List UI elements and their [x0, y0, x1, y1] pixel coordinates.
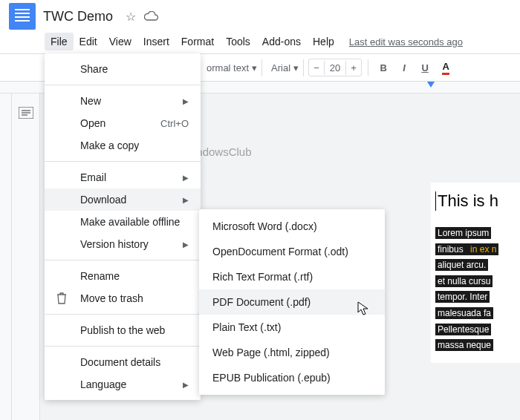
menu-item-share[interactable]: Share [45, 58, 201, 80]
download-html[interactable]: Web Page (.html, zipped) [199, 340, 385, 365]
menu-tools[interactable]: Tools [220, 33, 256, 50]
last-edit-link[interactable]: Last edit was seconds ago [349, 36, 463, 47]
underline-button[interactable]: U [416, 59, 434, 76]
document-title[interactable]: TWC Demo [43, 9, 113, 24]
menu-item-version-history[interactable]: Version history▶ [45, 233, 201, 255]
paragraph-style-label: ormal text [207, 62, 249, 73]
menu-item-offline[interactable]: Make available offline [45, 211, 201, 233]
menu-item-language[interactable]: Language▶ [45, 373, 201, 396]
submenu-arrow-icon: ▶ [183, 174, 189, 182]
menu-item-make-copy[interactable]: Make a copy [45, 134, 201, 157]
download-submenu: Microsoft Word (.docx) OpenDocument Form… [199, 209, 385, 395]
menu-item-download[interactable]: Download▶ [45, 188, 201, 211]
chevron-down-icon: ▾ [293, 62, 299, 73]
vertical-ruler[interactable] [0, 93, 12, 420]
download-txt[interactable]: Plain Text (.txt) [199, 315, 385, 340]
font-size-increase[interactable]: + [346, 59, 361, 76]
font-dropdown[interactable]: Arial ▾ [267, 59, 304, 76]
menubar: File Edit View Insert Format Tools Add-o… [0, 33, 520, 53]
paragraph-style-dropdown[interactable]: ormal text ▾ [202, 59, 262, 76]
page-body-text: Lorem ipsumfinibus in ex naliquet arcu.e… [435, 226, 520, 354]
file-menu-dropdown: Share New▶ OpenCtrl+O Make a copy Email▶… [45, 53, 201, 400]
menu-format[interactable]: Format [175, 33, 220, 50]
text-color-button[interactable]: A [437, 59, 455, 76]
cloud-icon[interactable] [144, 9, 159, 24]
menu-item-open[interactable]: OpenCtrl+O [45, 112, 201, 134]
submenu-arrow-icon: ▶ [183, 97, 189, 105]
page: This is h Lorem ipsumfinibus in ex naliq… [431, 183, 520, 363]
font-size-decrease[interactable]: − [309, 59, 324, 76]
bold-button[interactable]: B [374, 59, 392, 76]
download-docx[interactable]: Microsoft Word (.docx) [199, 214, 385, 239]
page-heading: This is h [435, 191, 520, 211]
font-label: Arial [271, 62, 290, 73]
menu-edit[interactable]: Edit [74, 33, 103, 50]
download-epub[interactable]: EPUB Publication (.epub) [199, 365, 385, 390]
download-pdf[interactable]: PDF Document (.pdf) [199, 289, 385, 315]
menu-item-trash[interactable]: Move to trash [45, 287, 201, 309]
menu-item-publish[interactable]: Publish to the web [45, 319, 201, 341]
trash-icon [55, 292, 68, 305]
menu-view[interactable]: View [103, 33, 137, 50]
menu-addons[interactable]: Add-ons [256, 33, 307, 50]
menu-item-new[interactable]: New▶ [45, 90, 201, 112]
font-size-value[interactable]: 20 [324, 61, 346, 75]
keyboard-shortcut: Ctrl+O [160, 118, 189, 129]
italic-button[interactable]: I [395, 59, 413, 76]
menu-item-details[interactable]: Document details [45, 351, 201, 373]
submenu-arrow-icon: ▶ [183, 196, 189, 204]
font-size-stepper: − 20 + [308, 59, 362, 76]
submenu-arrow-icon: ▶ [183, 240, 189, 249]
menu-item-email[interactable]: Email▶ [45, 166, 201, 188]
download-rtf[interactable]: Rich Text Format (.rtf) [199, 264, 385, 289]
outline-toggle-icon[interactable] [14, 101, 38, 125]
menu-help[interactable]: Help [307, 33, 340, 50]
star-icon[interactable]: ☆ [123, 9, 138, 24]
docs-logo-icon[interactable] [9, 3, 36, 30]
indent-marker-icon[interactable] [427, 82, 435, 88]
menu-file[interactable]: File [45, 33, 74, 50]
download-odt[interactable]: OpenDocument Format (.odt) [199, 239, 385, 264]
menu-item-rename[interactable]: Rename [45, 265, 201, 287]
menu-insert[interactable]: Insert [137, 33, 175, 50]
chevron-down-icon: ▾ [252, 62, 257, 73]
submenu-arrow-icon: ▶ [183, 381, 189, 389]
